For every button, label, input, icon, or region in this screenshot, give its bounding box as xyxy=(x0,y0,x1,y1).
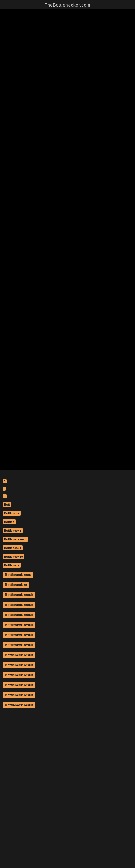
result-badge[interactable]: Bottleneck result xyxy=(3,642,35,648)
result-badge[interactable]: B xyxy=(3,479,7,483)
result-badge[interactable]: Bottleneck resu xyxy=(3,537,28,542)
list-item: Bottleneck resu xyxy=(3,537,135,542)
list-item: Bottleneck r xyxy=(3,546,135,550)
list-item: Bottleneck xyxy=(3,511,135,516)
list-item: Bottleneck result xyxy=(3,672,135,678)
result-badge[interactable]: Bottleneck resu xyxy=(3,571,34,578)
result-badge[interactable]: | xyxy=(3,487,6,491)
result-badge[interactable]: Bottlen xyxy=(3,520,16,524)
result-badge[interactable]: Bottleneck result xyxy=(3,692,35,698)
result-badge[interactable]: Bottleneck result xyxy=(3,682,35,688)
result-badge[interactable]: Bottleneck result xyxy=(3,702,35,708)
results-section: B|BBottBottleneckBottlenBottleneck rBott… xyxy=(0,470,135,708)
list-item: Bottleneck result xyxy=(3,622,135,628)
result-badge[interactable]: Bottleneck r xyxy=(3,546,23,550)
list-item: Bottleneck resu xyxy=(3,571,135,578)
result-badge[interactable]: Bottleneck result xyxy=(3,622,35,628)
site-title-container: TheBottlenecker.com xyxy=(0,0,135,9)
list-item: Bottleneck result xyxy=(3,662,135,668)
result-badge[interactable]: Bottleneck result xyxy=(3,662,35,668)
result-badge[interactable]: Bottleneck xyxy=(3,563,20,568)
list-item: Bottleneck result xyxy=(3,682,135,688)
list-item: Bottleneck re xyxy=(3,582,135,588)
list-item: Bottleneck re xyxy=(3,554,135,559)
result-badge[interactable]: Bottleneck result xyxy=(3,672,35,678)
result-badge[interactable]: Bottleneck result xyxy=(3,652,35,658)
list-item: B xyxy=(3,479,135,483)
result-badge[interactable]: Bottleneck xyxy=(3,511,20,516)
result-badge[interactable]: B xyxy=(3,495,7,498)
result-badge[interactable]: Bottleneck result xyxy=(3,612,35,618)
main-content-area xyxy=(0,9,135,470)
list-item: Bottleneck result xyxy=(3,642,135,648)
list-item: Bottleneck result xyxy=(3,592,135,598)
list-item: Bottleneck result xyxy=(3,702,135,708)
list-item: Bottlen xyxy=(3,520,135,524)
list-item: | xyxy=(3,487,135,491)
list-item: Bottleneck result xyxy=(3,632,135,638)
result-badge[interactable]: Bott xyxy=(3,502,11,507)
result-badge[interactable]: Bottleneck r xyxy=(3,528,23,533)
result-badge[interactable]: Bottleneck result xyxy=(3,592,35,598)
list-item: Bottleneck r xyxy=(3,528,135,533)
list-item: B xyxy=(3,495,135,498)
list-item: Bottleneck result xyxy=(3,601,135,608)
result-badge[interactable]: Bottleneck result xyxy=(3,632,35,638)
result-badge[interactable]: Bottleneck result xyxy=(3,601,35,608)
result-badge[interactable]: Bottleneck re xyxy=(3,582,29,588)
list-item: Bottleneck xyxy=(3,563,135,568)
list-item: Bottleneck result xyxy=(3,652,135,658)
site-title: TheBottlenecker.com xyxy=(0,0,135,9)
list-item: Bottleneck result xyxy=(3,692,135,698)
result-badge[interactable]: Bottleneck re xyxy=(3,554,24,559)
list-item: Bottleneck result xyxy=(3,612,135,618)
list-item: Bott xyxy=(3,502,135,507)
